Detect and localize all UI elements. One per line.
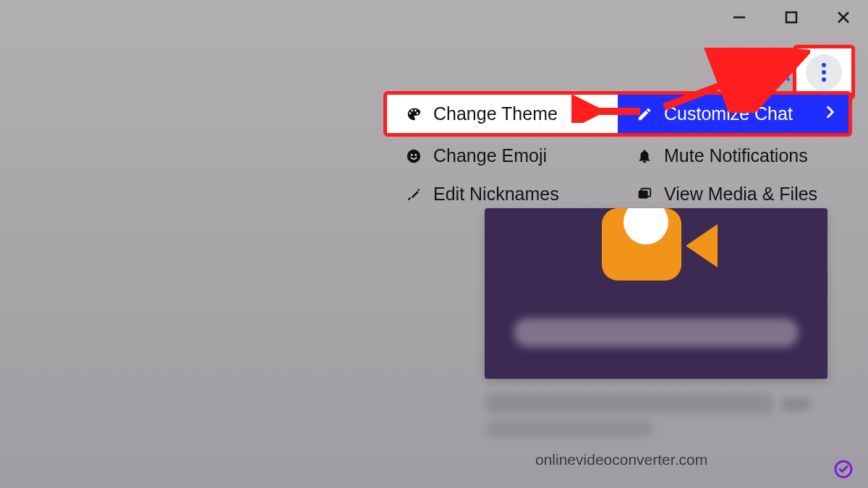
chevron-right-icon: [825, 106, 835, 122]
window-controls: [726, 4, 856, 30]
svg-point-8: [414, 153, 417, 155]
menu-item-customize-chat[interactable]: Customize Chat: [618, 95, 848, 133]
pencil-icon: [404, 185, 423, 204]
menu-label: Change Theme: [433, 103, 558, 124]
media-icon: [635, 185, 654, 204]
menu-label: Mute Notifications: [664, 145, 808, 166]
more-options-button[interactable]: [806, 54, 842, 90]
bell-icon: [635, 147, 654, 166]
svg-rect-1: [786, 12, 796, 22]
link-url[interactable]: onlinevideoconverter.com: [535, 451, 707, 468]
svg-point-6: [407, 149, 420, 162]
palette-icon: [404, 105, 423, 124]
options-menu: Change Theme Customize Chat Change Emoji…: [383, 91, 852, 213]
menu-row: Change Emoji Mute Notifications: [387, 137, 848, 175]
blurred-title-tail: [781, 398, 810, 411]
menu-label: Change Emoji: [433, 145, 547, 166]
menu-item-change-emoji[interactable]: Change Emoji: [387, 137, 618, 175]
menu-row: Edit Nicknames View Media & Files: [387, 175, 848, 213]
menu-item-change-theme[interactable]: Change Theme: [387, 95, 618, 133]
blurred-subtitle: [486, 421, 652, 437]
close-button[interactable]: [830, 4, 856, 30]
video-camera-icon: [595, 208, 718, 295]
menu-item-view-media-files[interactable]: View Media & Files: [618, 175, 848, 213]
menu-label: Customize Chat: [664, 103, 793, 124]
preview-blurred-text: [514, 318, 799, 347]
svg-point-7: [411, 153, 413, 155]
menu-item-edit-nicknames[interactable]: Edit Nicknames: [387, 175, 618, 213]
link-preview-card[interactable]: [485, 208, 827, 379]
maximize-button[interactable]: [778, 4, 804, 30]
more-vertical-icon: [822, 61, 826, 83]
menu-row-highlighted: Change Theme Customize Chat: [383, 91, 852, 137]
menu-label: View Media & Files: [664, 184, 817, 205]
blurred-title: [486, 393, 773, 414]
menu-item-mute-notifications[interactable]: Mute Notifications: [618, 137, 848, 175]
minimize-button[interactable]: [726, 4, 752, 30]
svg-line-5: [781, 72, 788, 80]
svg-rect-9: [639, 190, 648, 198]
checkmark-badge-icon: [833, 459, 854, 479]
edit-icon: [635, 105, 654, 124]
search-icon[interactable]: [762, 53, 791, 85]
emoji-icon: [404, 147, 423, 166]
menu-label: Edit Nicknames: [433, 184, 559, 205]
